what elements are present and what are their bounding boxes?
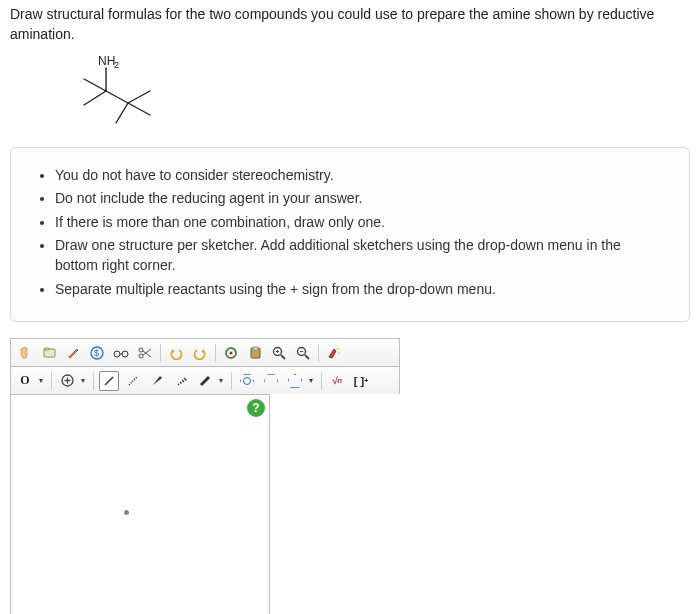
clean-icon[interactable] (324, 343, 344, 363)
svg-text:2: 2 (114, 60, 119, 70)
question-stem: Draw structural formulas for the two com… (10, 4, 690, 45)
svg-line-26 (305, 355, 309, 359)
charge-dropdown-icon[interactable]: ▾ (81, 376, 88, 385)
instructions-panel: You do not have to consider stereochemis… (10, 147, 690, 323)
svg-point-14 (122, 351, 128, 357)
svg-rect-10 (44, 348, 49, 350)
edit-icon[interactable] (63, 343, 83, 363)
ring-benzene-icon[interactable] (237, 371, 257, 391)
plus-circle-icon[interactable] (57, 371, 77, 391)
svg-point-15 (139, 354, 143, 358)
glasses-icon[interactable] (111, 343, 131, 363)
svg-point-13 (114, 351, 120, 357)
bond-dropdown-icon[interactable]: ▾ (219, 376, 226, 385)
redo-icon[interactable] (190, 343, 210, 363)
toolbar-sub: O ▾ ▾ ▾ ▾ √n [ ]+ (10, 366, 400, 394)
zoom-out-icon[interactable] (293, 343, 313, 363)
help-icon[interactable]: ? (247, 399, 265, 417)
sketcher-canvas[interactable]: ? (10, 394, 270, 614)
ring-cyclopentane-icon[interactable] (285, 371, 305, 391)
bond-bold-icon[interactable] (195, 371, 215, 391)
svg-line-36 (178, 384, 179, 385)
atom-dropdown-icon[interactable]: ▾ (39, 376, 46, 385)
canvas-cursor-dot (124, 510, 129, 515)
svg-point-29 (338, 352, 340, 354)
sketcher: $ O ▾ ▾ ▾ ▾ √n [ ]+ ? (10, 338, 400, 614)
instruction-item: If there is more than one combination, d… (55, 213, 663, 233)
svg-line-5 (106, 91, 128, 103)
open-icon[interactable] (39, 343, 59, 363)
ring-dropdown-icon[interactable]: ▾ (309, 376, 316, 385)
svg-line-8 (116, 103, 128, 123)
svg-text:NH: NH (98, 55, 115, 68)
atom-O-button[interactable]: O (15, 371, 35, 391)
zoom-in-icon[interactable] (269, 343, 289, 363)
instruction-item: Separate multiple reactants using the + … (55, 280, 663, 300)
instruction-item: You do not have to consider stereochemis… (55, 166, 663, 186)
svg-line-38 (182, 380, 184, 382)
svg-line-37 (180, 382, 182, 384)
bracket-icon[interactable]: [ ]+ (351, 371, 371, 391)
bond-recessed-icon[interactable] (123, 371, 143, 391)
svg-line-34 (129, 377, 137, 385)
svg-rect-20 (253, 347, 258, 350)
svg-point-28 (337, 348, 339, 350)
svg-line-4 (84, 91, 106, 105)
bond-wedge-icon[interactable] (147, 371, 167, 391)
svg-line-39 (184, 378, 187, 381)
target-molecule: NH 2 (70, 55, 190, 137)
undo-icon[interactable] (166, 343, 186, 363)
svg-line-33 (105, 377, 113, 385)
svg-text:$: $ (94, 348, 99, 358)
paste-icon[interactable] (245, 343, 265, 363)
toolbar-top: $ (10, 338, 400, 366)
center-icon[interactable] (221, 343, 241, 363)
svg-line-6 (128, 91, 150, 103)
hand-tool-icon[interactable] (15, 343, 35, 363)
instruction-item: Do not include the reducing agent in you… (55, 189, 663, 209)
usd-icon[interactable]: $ (87, 343, 107, 363)
svg-line-3 (84, 79, 106, 91)
svg-line-7 (128, 103, 150, 115)
svg-line-40 (201, 377, 209, 385)
bond-hash-icon[interactable] (171, 371, 191, 391)
scissors-icon[interactable] (135, 343, 155, 363)
bond-single-icon[interactable] (99, 371, 119, 391)
svg-marker-35 (153, 376, 162, 385)
instruction-item: Draw one structure per sketcher. Add add… (55, 236, 663, 275)
svg-point-16 (139, 348, 143, 352)
rgroup-icon[interactable]: √n (327, 371, 347, 391)
svg-line-22 (281, 355, 285, 359)
ring-cyclohexane-icon[interactable] (261, 371, 281, 391)
svg-point-18 (230, 351, 233, 354)
